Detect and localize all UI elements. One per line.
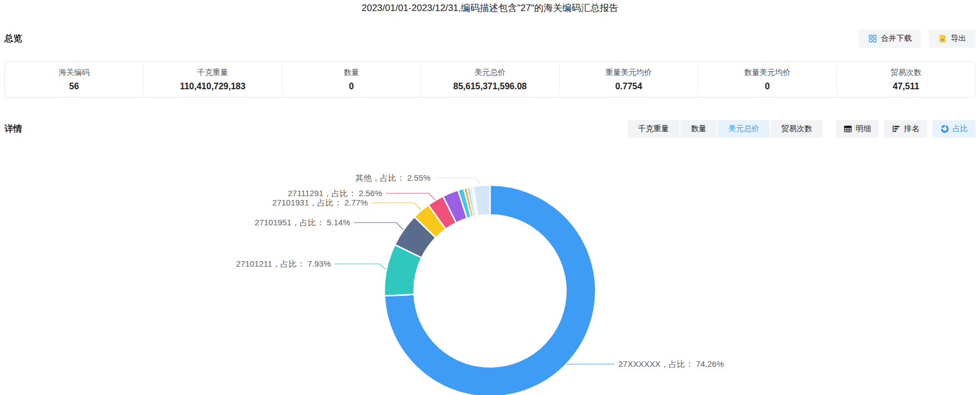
detail-controls: 千克重量数量美元总价贸易次数 明细排名占比 — [628, 120, 976, 138]
slice-label-27101951: 27101951，占比： 5.14% — [255, 218, 350, 227]
stat-kg-weight: 千克重量110,410,729,183 — [143, 64, 282, 94]
stat-value: 85,615,371,596.08 — [453, 82, 526, 91]
tab-quantity[interactable]: 数量 — [680, 120, 717, 138]
export-button[interactable]: 导出 — [929, 29, 976, 48]
stat-value: 56 — [69, 82, 79, 91]
view-button-label: 占比 — [952, 124, 968, 134]
stat-label: 千克重量 — [197, 68, 228, 78]
slice-label-其他: 其他，占比： 2.55% — [355, 173, 431, 182]
tab-trade-count[interactable]: 贸易次数 — [771, 120, 823, 138]
detail-heading: 详情 — [4, 123, 22, 135]
view-button-label: 明细 — [856, 124, 871, 134]
label-line-27101931 — [372, 203, 421, 210]
detail-header-row: 详情 千克重量数量美元总价贸易次数 明细排名占比 — [4, 120, 976, 138]
view-button-ranking[interactable]: 排名 — [884, 120, 927, 138]
stat-quantity-usd-avg: 数量美元均价0 — [698, 64, 836, 94]
stat-label: 重量美元均价 — [606, 68, 652, 78]
overview-header-row: 总览 合并下载 — [4, 29, 976, 48]
label-line-27101211 — [335, 264, 386, 269]
stat-customs-code: 海关编码56 — [5, 64, 143, 94]
page-title: 2023/01/01-2023/12/31,编码描述包含"27"的海关编码汇总报… — [0, 0, 980, 15]
stat-value: 47,511 — [893, 82, 919, 91]
slice-label-27XXXXXX: 27XXXXXX，占比： 74.26% — [618, 359, 724, 369]
view-button-label: 排名 — [904, 124, 919, 134]
label-line-27111291 — [386, 193, 435, 200]
metric-tab-group: 千克重量数量美元总价贸易次数 — [628, 120, 823, 138]
view-button-group: 明细排名占比 — [836, 120, 976, 138]
stat-value: 0 — [765, 82, 770, 91]
tab-kg-weight[interactable]: 千克重量 — [628, 120, 679, 138]
slice-label-27101211: 27101211，占比： 7.93% — [236, 259, 331, 268]
report-page: 2023/01/01-2023/12/31,编码描述包含"27"的海关编码汇总报… — [0, 0, 980, 395]
stat-label: 海关编码 — [58, 68, 89, 78]
export-file-icon — [938, 34, 947, 43]
donut-icon — [940, 125, 949, 133]
slice-label-27111291: 27111291，占比： 2.56% — [288, 188, 382, 198]
stat-value: 110,410,729,183 — [180, 82, 246, 91]
donut-chart-svg: 27XXXXXX，占比： 74.26%27101211，占比： 7.93%271… — [0, 0, 980, 395]
grid-squares-icon — [868, 34, 877, 43]
overview-actions: 合并下载 导出 — [859, 29, 976, 48]
table-icon — [843, 125, 852, 133]
stat-label: 数量美元均价 — [744, 68, 791, 78]
stat-label: 美元总价 — [475, 68, 505, 78]
view-button-proportion[interactable]: 占比 — [933, 120, 976, 138]
merge-download-button[interactable]: 合并下载 — [859, 29, 921, 48]
stat-trade-count: 贸易次数47,511 — [836, 64, 975, 94]
label-line-27101951 — [354, 223, 403, 230]
slice-label-27101931: 27101931，占比： 2.77% — [273, 198, 368, 207]
stats-card: 海关编码56千克重量110,410,729,183数量0美元总价85,615,3… — [4, 61, 976, 98]
export-label: 导出 — [951, 34, 966, 44]
stat-value: 0 — [349, 82, 354, 91]
label-line-其他 — [434, 178, 482, 185]
stat-value: 0.7754 — [615, 82, 642, 91]
stat-quantity: 数量0 — [282, 64, 421, 94]
stat-label: 贸易次数 — [891, 68, 922, 78]
stat-usd-total: 美元总价85,615,371,596.08 — [421, 64, 559, 94]
ranking-icon — [892, 125, 901, 133]
stat-label: 数量 — [344, 68, 359, 78]
view-button-detail[interactable]: 明细 — [836, 120, 879, 138]
tab-usd-total[interactable]: 美元总价 — [718, 120, 770, 138]
stat-weight-usd-avg: 重量美元均价0.7754 — [559, 64, 698, 94]
overview-heading: 总览 — [4, 33, 22, 45]
merge-download-label: 合并下载 — [881, 34, 912, 44]
